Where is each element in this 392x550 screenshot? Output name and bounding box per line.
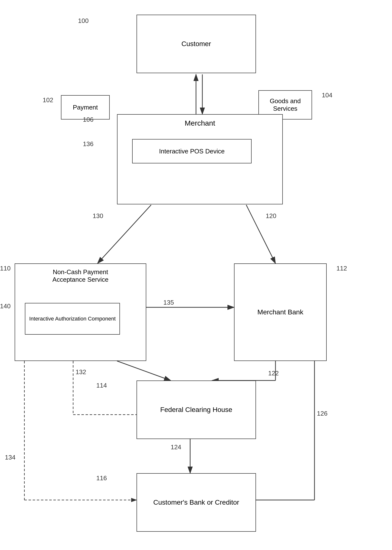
arrow-120-label: 120 (266, 212, 276, 220)
non-cash-ref: 110 (0, 265, 10, 272)
payment-ref: 102 (43, 96, 53, 104)
arrow-130-label: 130 (93, 212, 103, 220)
merchant-bank-label: Merchant Bank (257, 308, 303, 316)
customer-bank-label: Customer's Bank or Creditor (153, 499, 239, 506)
arrow-126-label: 126 (317, 410, 327, 417)
payment-label: Payment (73, 104, 98, 111)
arrow-122-label: 122 (268, 370, 279, 377)
auth-component-box: Interactive Authorization Component (25, 303, 120, 335)
goods-label: Goods and Services (261, 97, 310, 112)
auth-ref: 140 (0, 302, 10, 310)
svg-line-6 (98, 205, 151, 263)
merchant-box: Merchant Interactive POS Device (117, 114, 283, 204)
federal-clearing-box: Federal Clearing House (137, 380, 256, 439)
federal-clearing-ref: 114 (96, 382, 107, 389)
non-cash-box: Non-Cash PaymentAcceptance Service Inter… (15, 263, 146, 361)
customer-bank-box: Customer's Bank or Creditor (137, 473, 256, 532)
customer-box: Customer (137, 15, 256, 73)
goods-ref: 104 (322, 91, 332, 99)
svg-line-14 (117, 361, 171, 380)
pos-device-box: Interactive POS Device (132, 139, 252, 163)
arrow-124-label: 124 (171, 443, 181, 451)
merchant-bank-ref: 112 (336, 265, 347, 272)
diagram-container: Customer 100 Payment 102 Goods and Servi… (0, 0, 392, 550)
customer-ref: 100 (78, 17, 88, 25)
merchant-ref: 106 (83, 116, 93, 123)
customer-label: Customer (181, 40, 211, 48)
customer-bank-ref: 116 (96, 474, 107, 482)
merchant-label: Merchant (185, 119, 215, 127)
pos-ref: 136 (83, 140, 93, 148)
arrow-135-label: 135 (163, 299, 174, 306)
pos-device-label: Interactive POS Device (159, 148, 225, 155)
arrow-134-label: 134 (5, 454, 15, 461)
auth-component-label: Interactive Authorization Component (29, 316, 116, 322)
arrow-132-label: 132 (76, 368, 86, 376)
merchant-bank-box: Merchant Bank (234, 263, 327, 361)
federal-clearing-label: Federal Clearing House (160, 406, 232, 414)
non-cash-label: Non-Cash PaymentAcceptance Service (52, 268, 108, 283)
